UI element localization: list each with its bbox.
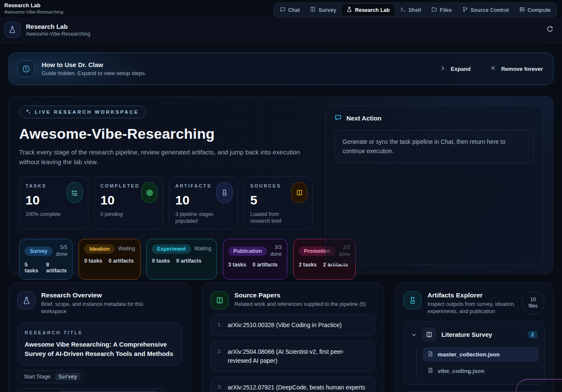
tab-label: Shell	[408, 7, 421, 13]
remove-guide-label: Remove forever	[501, 66, 543, 72]
meta-target-venue-row: Target Venue: GitHub awesome-list reposi…	[17, 388, 182, 392]
file-icon	[427, 367, 433, 375]
research-overview-card: Research Overview Brief, scope, and inst…	[8, 283, 191, 392]
paper-number: 2.	[218, 347, 222, 365]
app-subtitle: Awesome-Vibe-Researching	[4, 9, 63, 14]
artifact-section-literature-survey: Literature Survey 2 master_collection.js…	[404, 321, 545, 385]
app-title: Research Lab	[4, 2, 63, 8]
files-count-label: files	[528, 303, 537, 309]
stage-chips: Survey 5/5 done 5 tasks 8 artifacts Idea…	[19, 239, 313, 280]
stat-card-artifacts: ARTIFACTS 10 3 pipeline stages populated	[169, 176, 238, 230]
stage-artifacts: 8 artifacts	[46, 262, 67, 274]
stage-name: Survey	[25, 246, 53, 256]
file-vibe-coding[interactable]: vibe_coding.json	[422, 364, 539, 378]
expand-guide-button[interactable]: Expand	[440, 66, 471, 72]
stage-tasks: 0 tasks	[152, 258, 170, 264]
stage-chip-experiment: Experiment Waiting 0 tasks 0 artifacts	[146, 239, 217, 280]
terminal-icon	[400, 6, 406, 14]
tab-label: Chat	[288, 7, 300, 13]
tab-label: Compute	[528, 7, 551, 13]
next-action-panel: Next Action Generate or sync the task pi…	[326, 106, 543, 264]
open-book-icon	[211, 291, 228, 309]
workspace-description: Track every stage of the research pipeli…	[19, 148, 303, 167]
paper-item-1[interactable]: 1. arXiv:2510.00328 (Vibe Coding in Prac…	[211, 314, 375, 336]
file-master-collection[interactable]: master_collection.json	[422, 347, 539, 362]
open-book-icon	[422, 328, 436, 342]
tab-compute[interactable]: Compute	[514, 4, 555, 16]
paper-text: arXiv:2512.07921 (DeepCode, beats human …	[228, 383, 368, 392]
stage-name: Experiment	[152, 244, 191, 254]
remove-guide-button[interactable]: Remove forever	[490, 65, 543, 72]
corner-decoration	[516, 379, 562, 392]
paper-text: arXiv:2510.00328 (Vibe Coding in Practic…	[228, 321, 342, 330]
tab-files[interactable]: Files	[427, 4, 457, 16]
info-icon	[17, 60, 34, 77]
guide-banner-title: How to Use Dr. Claw	[42, 61, 146, 68]
chat-icon	[280, 6, 286, 14]
refresh-icon	[546, 25, 554, 34]
tab-label: Survey	[318, 7, 336, 13]
stat-sub: 0 pending	[101, 211, 145, 218]
live-workspace-badge: LIVE RESEARCH WORKSPACE	[19, 106, 146, 118]
stats-grid: TASKS 10 100% complete COMPLETED 10 0 pe…	[19, 176, 313, 230]
lab-header-titles: Research Lab Awesome-Vibe-Researching	[26, 23, 90, 37]
stage-artifacts: 0 artifacts	[109, 258, 134, 264]
research-overview-title: Research Overview	[41, 291, 145, 299]
stage-status: 5/5 done	[56, 244, 67, 258]
git-branch-icon	[462, 6, 468, 14]
paper-item-2[interactable]: 2. arXiv:2504.08066 (AI Scientist-v2, fi…	[211, 341, 375, 372]
live-workspace-label: LIVE RESEARCH WORKSPACE	[35, 109, 139, 115]
paper-number: 1.	[218, 321, 222, 330]
top-bar-titles: Research Lab Awesome-Vibe-Researching	[4, 2, 63, 14]
tab-chat[interactable]: Chat	[275, 4, 305, 16]
source-papers-subtitle: Related work and references supplied to …	[234, 301, 366, 308]
research-title-label: RESEARCH TITLE	[25, 330, 175, 335]
tab-survey[interactable]: Survey	[305, 4, 341, 16]
paper-item-3[interactable]: 3. arXiv:2512.07921 (DeepCode, beats hum…	[211, 377, 375, 392]
chat-bubble-icon	[334, 114, 342, 123]
research-overview-subtitle: Brief, scope, and instance metadata for …	[41, 301, 145, 315]
stage-status: Waiting	[194, 246, 211, 252]
next-action-message: Generate or sync the task pipeline in Ch…	[334, 130, 534, 163]
source-papers-title: Source Papers	[234, 291, 366, 299]
flask-icon	[17, 291, 35, 309]
file-name: vibe_coding.json	[438, 368, 484, 374]
chevron-down-icon	[411, 332, 417, 337]
tab-research-lab[interactable]: Research Lab	[342, 4, 394, 16]
tab-label: Source Control	[471, 7, 509, 13]
page-subtitle: Awesome-Vibe-Researching	[26, 31, 90, 37]
guide-banner-subtitle: Guide hidden. Expand to view setup steps…	[42, 70, 146, 76]
expand-guide-label: Expand	[451, 66, 471, 72]
stage-chip-publication: Publication 3/3 done 3 tasks 0 artifacts	[223, 239, 287, 280]
section-count-badge: 2	[528, 331, 537, 339]
stage-name: Ideation	[84, 244, 115, 254]
folder-icon	[431, 6, 437, 14]
page-title: Research Lab	[26, 23, 90, 30]
literature-survey-files: master_collection.json vibe_coding.json	[416, 347, 539, 378]
meta-label: Start Stage:	[24, 374, 52, 380]
tab-source-control[interactable]: Source Control	[458, 4, 514, 16]
tab-shell[interactable]: Shell	[395, 4, 426, 16]
stage-tasks: 3 tasks	[228, 262, 246, 268]
top-tab-bar: Chat Survey Research Lab Shell Files Sou…	[273, 3, 557, 17]
section-name: Literature Survey	[441, 331, 492, 338]
artifacts-explorer-card: Artifacts Explorer Inspect outputs from …	[395, 283, 554, 392]
lab-header: Research Lab Awesome-Vibe-Researching	[0, 17, 562, 43]
chevron-right-icon	[440, 66, 445, 72]
research-title-value: Awesome Vibe Researching: A Comprehensiv…	[25, 340, 175, 358]
stat-sub: 3 pipeline stages populated	[175, 211, 220, 224]
stage-artifacts: 0 artifacts	[253, 262, 278, 268]
literature-survey-header[interactable]: Literature Survey 2	[407, 325, 541, 344]
stat-card-completed: COMPLETED 10 0 pending	[94, 176, 163, 230]
book-icon	[310, 6, 316, 14]
target-icon	[141, 182, 157, 203]
refresh-button[interactable]	[546, 25, 554, 34]
tab-label: Research Lab	[355, 7, 390, 13]
checklist-icon	[67, 182, 83, 203]
stat-card-sources: SOURCES 5 Loaded from research brief	[244, 176, 313, 230]
detail-cards: Research Overview Brief, scope, and inst…	[8, 283, 554, 392]
stat-sub: 100% complete	[25, 211, 70, 218]
flask-icon	[346, 6, 352, 14]
start-stage-pill: Start Stage: Survey	[17, 370, 86, 383]
artifacts-explorer-subtitle: Inspect outputs from survey, ideation, e…	[427, 301, 516, 315]
